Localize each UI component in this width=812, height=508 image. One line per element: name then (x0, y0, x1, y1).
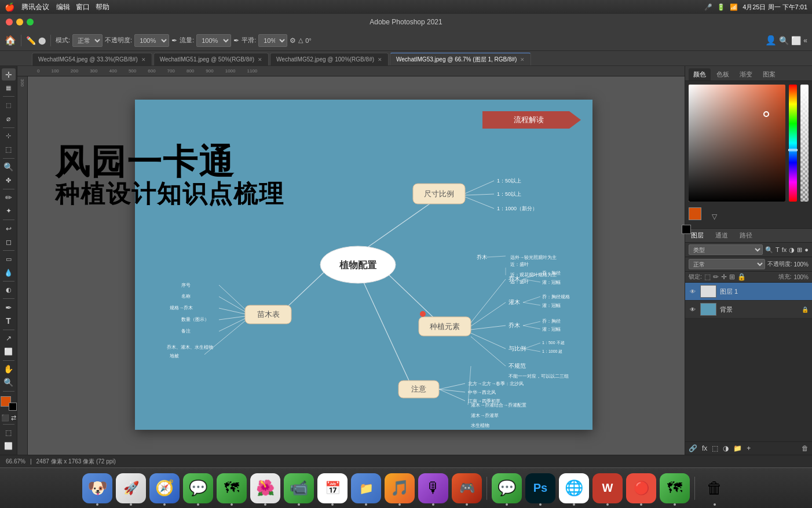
search-icon[interactable]: 🔍 (779, 36, 789, 45)
quick-mask-icon[interactable]: ⬚ (2, 426, 16, 438)
filter-fx[interactable]: fx (782, 246, 787, 253)
dock-maps[interactable]: 🗺 (217, 473, 247, 503)
eyedropper-tool[interactable]: 🔍 (2, 161, 16, 173)
apple-logo-icon[interactable]: 🍎 (5, 2, 14, 12)
dock-music[interactable]: 🎵 (385, 473, 415, 503)
dock-chrome[interactable]: 🌐 (559, 473, 589, 503)
brush-size-icon[interactable]: ⬤ (38, 36, 46, 45)
spectrum-cursor[interactable] (763, 111, 769, 117)
type-tool[interactable]: T (2, 315, 16, 327)
opacity-select[interactable]: 100% (134, 34, 169, 47)
crop-tool[interactable]: ⬚ (2, 144, 16, 156)
add-mask-icon[interactable]: ⬚ (712, 444, 718, 452)
new-layer-icon[interactable]: + (747, 444, 751, 452)
alpha-slider[interactable] (800, 85, 809, 202)
dock-facetime[interactable]: 📹 (284, 473, 314, 503)
tab-0[interactable]: WechatIMG54.jpeg @ 33.3%(RGB/8#) ✕ (32, 53, 152, 65)
dock-amap[interactable]: 🗺 (660, 473, 690, 503)
tab-close-2[interactable]: ✕ (378, 57, 382, 63)
artboard-tool[interactable]: ▦ (2, 82, 16, 94)
blend-mode-select[interactable]: 正常 (689, 259, 765, 269)
add-style-icon[interactable]: fx (702, 444, 707, 452)
eraser-tool[interactable]: ◻ (2, 236, 16, 248)
dock-wechat[interactable]: 💬 (492, 473, 522, 503)
dock-files[interactable]: 📁 (351, 473, 381, 503)
screen-mode-icon[interactable]: ⬜ (2, 440, 16, 452)
layer-visibility-0[interactable]: 👁 (689, 287, 697, 295)
new-group-icon[interactable]: 📁 (733, 444, 742, 452)
color-swatches[interactable] (1, 396, 17, 411)
pen-pressure-icon[interactable]: ✒ (171, 36, 177, 45)
brush-icon[interactable]: ✏️ (26, 36, 36, 45)
filter-options[interactable]: T (776, 246, 780, 253)
lock-image-icon[interactable]: ✏ (713, 273, 719, 281)
shape-tool[interactable]: ⬜ (2, 346, 16, 358)
dock-trash[interactable]: 🗑 (700, 473, 730, 503)
foreground-swatch[interactable] (689, 207, 701, 220)
gradient-tool[interactable]: ▭ (2, 253, 16, 265)
dodge-tool[interactable]: ◐ (2, 284, 16, 296)
link-layers-icon[interactable]: 🔗 (689, 444, 697, 452)
hue-slider-handle[interactable] (788, 149, 798, 151)
clone-stamp-tool[interactable]: ✦ (2, 205, 16, 217)
lock-position-icon[interactable]: ✛ (721, 273, 727, 281)
dock-calendar[interactable]: 📅 (317, 473, 348, 503)
filter-adjust[interactable]: ◑ (789, 246, 795, 254)
pen-tool[interactable]: ✒ (2, 301, 16, 313)
menu-window[interactable]: 窗口 (76, 2, 90, 12)
zoom-tool[interactable]: 🔍 (2, 377, 16, 389)
delete-layer-icon[interactable]: 🗑 (802, 444, 809, 452)
color-spectrum[interactable] (689, 85, 785, 202)
dock-weibo[interactable]: 🔴 (626, 473, 656, 503)
menu-edit[interactable]: 编辑 (56, 2, 70, 12)
tab-channels[interactable]: 通道 (709, 229, 734, 242)
tab-3[interactable]: WechatIMG53.jpeg @ 66.7% (图层 1, RGB/8#) … (390, 53, 531, 65)
close-button[interactable] (6, 19, 13, 25)
background-color[interactable] (9, 403, 17, 411)
quick-select-tool[interactable]: ⊹ (2, 130, 16, 142)
settings-icon[interactable]: ⚙ (290, 36, 296, 45)
lock-artboard-icon[interactable]: ⊞ (729, 273, 735, 281)
mode-select[interactable]: 正常 (72, 34, 103, 47)
background-swatch[interactable] (682, 225, 691, 234)
layer-type-filter[interactable]: 类型 (689, 244, 763, 255)
color-swatch-container[interactable] (689, 207, 707, 226)
layer-visibility-1[interactable]: 👁 (689, 305, 697, 313)
dock-photos[interactable]: 🌺 (250, 473, 280, 503)
dock-messages[interactable]: 💬 (183, 473, 213, 503)
path-select-tool[interactable]: ↗ (2, 332, 16, 345)
tab-close-0[interactable]: ✕ (141, 57, 146, 63)
minimize-button[interactable] (16, 19, 23, 25)
dock-finder[interactable]: 🐶 (82, 473, 112, 503)
tab-close-1[interactable]: ✕ (258, 57, 262, 63)
lasso-tool[interactable]: ⌀ (2, 112, 16, 125)
expand-icon[interactable]: « (803, 36, 807, 45)
main-canvas-area[interactable]: 风园一卡通 种植设计知识点梳理 流程解读 (28, 76, 685, 455)
layout-icon[interactable]: ⬜ (791, 36, 801, 45)
move-tool[interactable]: ✛ (2, 68, 16, 81)
tab-pattern[interactable]: 图案 (758, 68, 780, 81)
opacity-value[interactable]: 100% (793, 261, 809, 268)
dock-launchpad[interactable]: 🚀 (116, 473, 146, 503)
hue-slider[interactable] (789, 85, 797, 202)
tab-paths[interactable]: 路径 (734, 229, 758, 242)
tab-1[interactable]: WechatIMG51.jpeg @ 50%(RGB/8#) ✕ (153, 53, 269, 65)
layer-item-0[interactable]: 👁 图层 1 (685, 283, 812, 301)
history-brush-tool[interactable]: ↩ (2, 222, 16, 235)
brush-tool[interactable]: ✏ (2, 192, 16, 204)
dock-podcasts[interactable]: 🎙 (418, 473, 448, 503)
swap-colors-icon[interactable]: ⇄ (11, 414, 16, 422)
dock-wangyi[interactable]: 🎮 (452, 473, 482, 503)
dock-safari[interactable]: 🧭 (149, 473, 180, 503)
maximize-button[interactable] (27, 19, 34, 25)
dock-wps[interactable]: W (592, 473, 623, 503)
spot-healing-tool[interactable]: ✤ (2, 174, 16, 187)
flow-pressure-icon[interactable]: ✒ (233, 36, 239, 45)
tab-2[interactable]: WechatIMG52.jpeg @ 100%(RGB/8#) ✕ (270, 53, 389, 65)
lock-transparent-icon[interactable]: ⬚ (704, 273, 711, 281)
menu-help[interactable]: 帮助 (96, 2, 109, 12)
dock-ps[interactable]: Ps (525, 473, 555, 503)
tab-close-3[interactable]: ✕ (520, 57, 525, 63)
blur-tool[interactable]: 💧 (2, 266, 16, 279)
flow-select[interactable]: 100% (196, 34, 231, 47)
